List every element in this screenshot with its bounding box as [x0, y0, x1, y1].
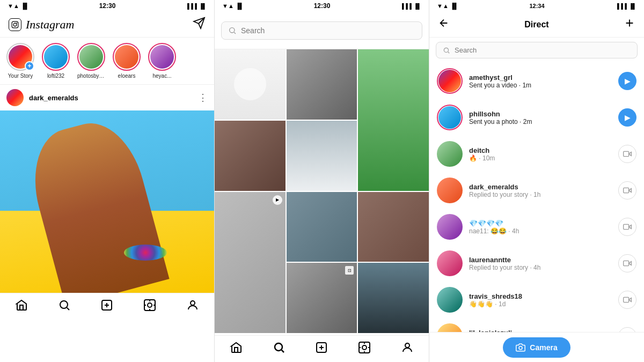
laurenanntte-camera-icon[interactable] [618, 254, 636, 272]
grid-cell-dog-gray[interactable] [287, 49, 357, 120]
mid-home-icon[interactable] [230, 341, 243, 357]
camera-button-icon [516, 343, 525, 352]
amethyst-play-button[interactable]: ▶ [618, 72, 636, 90]
story-item-eloears[interactable]: eloears [113, 43, 141, 79]
svg-point-12 [362, 345, 367, 350]
grid-cell-laptop-cat[interactable] [287, 192, 357, 262]
direct-search-bar[interactable] [436, 42, 638, 58]
add-nav-icon[interactable] [100, 299, 113, 315]
lil-lapis-avatar-img [437, 323, 463, 332]
dm-item-dark-emeralds[interactable]: dark_emeralds Replied to your story · 1h [429, 172, 644, 209]
travis-avatar-img [437, 287, 463, 313]
signal-icon: ▐▐▐ [186, 3, 197, 9]
deitch-camera-icon[interactable] [618, 145, 636, 163]
svg-point-6 [148, 303, 152, 307]
direct-title: Direct [524, 20, 548, 29]
profile-nav-icon[interactable] [186, 299, 199, 315]
lofti232-avatar[interactable] [42, 43, 70, 71]
mid-search-icon[interactable] [273, 341, 286, 357]
middle-status-bar: ▼▲ ▐▌ 12:30 ▐▐▐ ▐▌ [215, 0, 429, 12]
nae11-camera-icon[interactable] [618, 218, 636, 236]
explore-grid: ▶ ⊡ [215, 49, 429, 335]
direct-search-icon [443, 47, 450, 54]
stories-row: + Your Story lofti232 photosbyean eloear… [0, 38, 214, 85]
photosbyean-avatar[interactable] [77, 43, 105, 71]
lil-lapis-camera-icon[interactable] [618, 327, 636, 332]
story-item-yours[interactable]: + Your Story [6, 43, 34, 79]
left-bottom-nav [0, 293, 214, 320]
dm-item-lil-lapis[interactable]: lil_lapislazuli ⭐⭐⭐ · 1d [429, 318, 644, 332]
mid-battery-icon: ▐▌ [414, 3, 421, 9]
reels-nav-icon[interactable] [143, 299, 156, 315]
your-story-avatar[interactable]: + [6, 43, 34, 71]
mid-time: 12:30 [314, 2, 331, 10]
dm-item-travis[interactable]: travis_shreds18 👋👋👋 · 1d [429, 282, 644, 318]
grid-cell-cat1[interactable] [215, 121, 286, 191]
your-story-label: Your Story [8, 73, 33, 79]
add-story-plus[interactable]: + [25, 61, 34, 71]
dm-item-deitch[interactable]: deitch 🔥 · 10m [429, 136, 644, 172]
search-nav-icon[interactable] [58, 299, 71, 315]
lil-lapis-info: lil_lapislazuli ⭐⭐⭐ · 1d [469, 329, 612, 333]
mid-profile-icon[interactable] [401, 341, 414, 357]
story-item-lofti232[interactable]: lofti232 [42, 43, 70, 79]
story-item-heyac[interactable]: heyac... [148, 43, 176, 79]
search-input-wrapper[interactable] [221, 21, 422, 40]
phillsohn-preview: Sent you a photo · 2m [469, 118, 612, 125]
direct-search-input[interactable] [455, 46, 631, 54]
right-battery-icon: ▐▌ [629, 3, 636, 9]
dark-emeralds-avatar-img [437, 178, 463, 203]
new-message-button[interactable] [624, 17, 635, 32]
dm-item-phillsohn[interactable]: phillsohn Sent you a photo · 2m ▶ [429, 99, 644, 136]
home-nav-icon[interactable] [15, 299, 28, 315]
back-button[interactable] [438, 17, 450, 32]
battery-icon: ▐▌ [199, 3, 207, 9]
laurenanntte-avatar [437, 250, 463, 276]
dark-emeralds-camera-icon[interactable] [618, 181, 636, 200]
explore-search-bar [215, 12, 429, 49]
mid-wifi-icon: ▼▲ ▐▌ [222, 3, 244, 9]
grid-cell-cat3[interactable]: ⊡ [287, 263, 357, 333]
search-input[interactable] [241, 26, 415, 35]
dark-emeralds-info: dark_emeralds Replied to your story · 1h [469, 183, 612, 198]
dm-item-nae11[interactable]: 💎💎💎💎 nae11: 😂😂 · 4h [429, 209, 644, 245]
right-time: 12:34 [529, 3, 544, 9]
svg-point-9 [275, 343, 282, 351]
grid-cell-shoes[interactable] [287, 121, 357, 191]
middle-bottom-nav [215, 335, 429, 362]
camera-button[interactable]: Camera [503, 337, 570, 358]
dm-item-laurenanntte[interactable]: laurenanntte Replied to your story · 4h [429, 245, 644, 282]
grid-cell-rabbit[interactable] [215, 49, 286, 120]
svg-rect-18 [624, 261, 629, 265]
direct-message-icon[interactable] [193, 17, 206, 32]
left-status-icons: ▐▐▐ ▐▌ [186, 3, 207, 9]
grid-cell-cat2[interactable] [358, 192, 429, 262]
dark-emeralds-avatar [437, 178, 463, 203]
lil-lapis-username: lil_lapislazuli [469, 329, 612, 333]
phillsohn-info: phillsohn Sent you a photo · 2m [469, 110, 612, 125]
eloears-avatar[interactable] [113, 43, 141, 71]
travis-camera-icon[interactable] [618, 291, 636, 309]
play-icon: ▶ [273, 195, 282, 205]
svg-point-7 [191, 301, 195, 305]
grid-cell-husky[interactable] [358, 263, 429, 333]
post-username: dark_emeralds [29, 94, 78, 102]
grid-cell-dog-outfit[interactable]: ▶ [215, 192, 286, 334]
phillsohn-avatar-img [438, 106, 461, 129]
instagram-logo-icon [9, 18, 21, 31]
phillsohn-username: phillsohn [469, 110, 612, 118]
right-signal-icon: ▐▐▐ [616, 3, 627, 9]
dm-item-amethyst[interactable]: amethyst_grl Sent you a video · 1m ▶ [429, 63, 644, 99]
story-item-photosbyean[interactable]: photosbyean [77, 43, 105, 79]
left-nav-bar: Instagram [0, 12, 214, 38]
mid-add-icon[interactable] [315, 341, 328, 357]
heyac-avatar[interactable] [148, 43, 176, 71]
mid-reels-icon[interactable] [358, 341, 371, 357]
post-options-icon[interactable]: ⋮ [198, 92, 208, 104]
grid-cell-dog-grass[interactable] [358, 49, 429, 191]
deitch-preview: 🔥 · 10m [469, 154, 612, 162]
amethyst-avatar [437, 68, 463, 94]
right-status-icons: ▐▐▐ ▐▌ [616, 3, 636, 9]
phillsohn-play-button[interactable]: ▶ [618, 108, 636, 127]
lofti232-label: lofti232 [47, 73, 64, 79]
